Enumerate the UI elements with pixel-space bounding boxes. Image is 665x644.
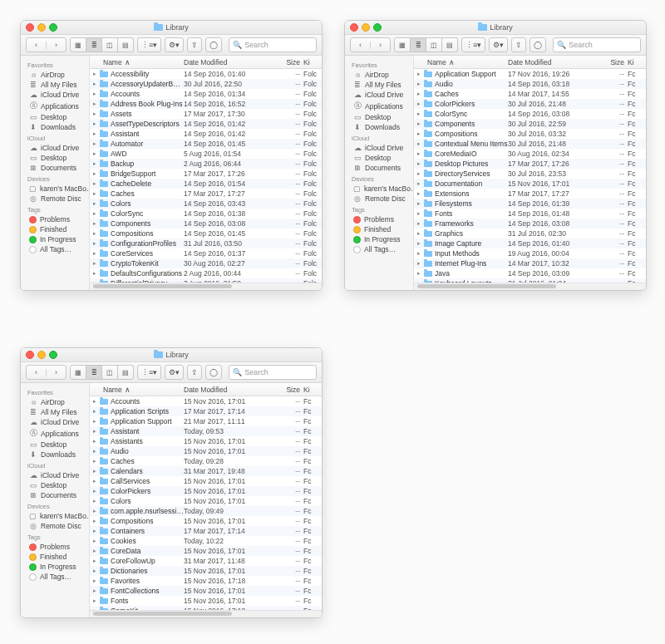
- table-row[interactable]: ▸ Backup 2 Aug 2016, 06:44 -- Folc: [90, 159, 322, 169]
- table-row[interactable]: ▸ Application Scripts 17 Mar 2017, 17:14…: [90, 406, 322, 416]
- sidebar-tag[interactable]: All Tags…: [21, 572, 89, 582]
- tags-button[interactable]: ◯: [205, 365, 222, 380]
- column-name[interactable]: Name ∧: [90, 58, 184, 66]
- table-row[interactable]: ▸ Favorites 15 Nov 2016, 17:18 -- Fc: [90, 576, 322, 586]
- sidebar-item[interactable]: ⒶApplications: [345, 100, 413, 112]
- minimize-icon[interactable]: [362, 23, 370, 32]
- table-row[interactable]: ▸ Assistant Today, 09:53 -- Fc: [90, 426, 322, 436]
- disclosure-triangle-icon[interactable]: ▸: [93, 71, 100, 77]
- table-row[interactable]: ▸ DefaultsConfigurations 2 Aug 2016, 00:…: [90, 268, 322, 278]
- table-row[interactable]: ▸ CallServices 15 Nov 2016, 17:01 -- Fc: [90, 476, 322, 486]
- sidebar-item[interactable]: ◎Remote Disc: [21, 194, 89, 204]
- list-body[interactable]: ▸ Accounts 15 Nov 2016, 17:01 -- Fc ▸ Ap…: [90, 396, 322, 610]
- action-button[interactable]: ⚙ ▾: [489, 37, 508, 52]
- titlebar[interactable]: Library: [21, 21, 322, 35]
- sidebar-item[interactable]: ☁iCloud Drive: [21, 417, 89, 427]
- table-row[interactable]: ▸ AssetTypeDescriptors 14 Sep 2016, 01:4…: [90, 119, 322, 129]
- sidebar-tag[interactable]: In Progress: [345, 234, 413, 244]
- disclosure-triangle-icon[interactable]: ▸: [93, 91, 100, 97]
- sidebar-item[interactable]: ▢karen's MacBo…: [21, 184, 89, 194]
- minimize-icon[interactable]: [37, 351, 46, 359]
- sidebar-item[interactable]: ⬇Downloads: [345, 122, 413, 132]
- disclosure-triangle-icon[interactable]: ▸: [417, 81, 424, 87]
- sidebar-item[interactable]: ▭Desktop: [21, 153, 89, 163]
- disclosure-triangle-icon[interactable]: ▸: [93, 230, 100, 237]
- share-button[interactable]: ⇪: [511, 37, 526, 52]
- table-row[interactable]: ▸ DirectoryServices 30 Jul 2016, 23:53 -…: [414, 169, 646, 179]
- view-coverflow-icon[interactable]: ▤: [118, 37, 134, 52]
- sidebar-item[interactable]: 🗎Documents: [21, 490, 89, 500]
- close-icon[interactable]: [26, 351, 34, 359]
- tags-button[interactable]: ◯: [205, 37, 222, 52]
- horizontal-scrollbar[interactable]: [90, 283, 322, 290]
- column-kind[interactable]: Ki: [303, 58, 322, 66]
- forward-icon[interactable]: ›: [371, 42, 390, 49]
- scrollbar-thumb[interactable]: [93, 612, 232, 616]
- column-size[interactable]: Size: [601, 58, 628, 66]
- table-row[interactable]: ▸ AccessoryUpdaterBundles 30 Jul 2016, 2…: [90, 79, 322, 89]
- disclosure-triangle-icon[interactable]: ▸: [93, 200, 100, 207]
- disclosure-triangle-icon[interactable]: ▸: [93, 180, 100, 187]
- disclosure-triangle-icon[interactable]: ▸: [417, 71, 424, 77]
- sidebar-item[interactable]: ☁iCloud Drive: [21, 470, 89, 480]
- share-button[interactable]: ⇪: [187, 365, 202, 380]
- table-row[interactable]: ▸ Containers 17 Mar 2017, 17:14 -- Fc: [90, 526, 322, 536]
- search-input[interactable]: 🔍 Search: [229, 37, 317, 52]
- view-mode-segmented[interactable]: ▦ ≣ ◫ ▤: [70, 37, 134, 52]
- disclosure-triangle-icon[interactable]: ▸: [417, 230, 424, 237]
- table-row[interactable]: ▸ Calendars 31 Mar 2017, 19:48 -- Fc: [90, 466, 322, 476]
- zoom-icon[interactable]: [373, 23, 382, 32]
- table-row[interactable]: ▸ Assistants 15 Nov 2016, 17:01 -- Fc: [90, 436, 322, 446]
- column-kind[interactable]: Ki: [628, 58, 646, 66]
- table-row[interactable]: ▸ Accounts 15 Nov 2016, 17:01 -- Fc: [90, 396, 322, 406]
- sidebar-item[interactable]: ◎Remote Disc: [345, 194, 413, 204]
- table-row[interactable]: ▸ Fonts 15 Nov 2016, 17:01 -- Fc: [90, 596, 322, 606]
- zoom-icon[interactable]: [49, 351, 57, 359]
- disclosure-triangle-icon[interactable]: ▸: [417, 130, 424, 137]
- disclosure-triangle-icon[interactable]: ▸: [93, 498, 100, 504]
- disclosure-triangle-icon[interactable]: ▸: [93, 587, 100, 594]
- disclosure-triangle-icon[interactable]: ▸: [93, 170, 100, 177]
- action-button[interactable]: ⚙ ▾: [165, 37, 184, 52]
- sidebar-tag[interactable]: In Progress: [21, 562, 89, 572]
- forward-icon[interactable]: ›: [47, 369, 66, 376]
- table-row[interactable]: ▸ Cookies Today, 10:22 -- Fc: [90, 536, 322, 546]
- view-column-icon[interactable]: ◫: [102, 37, 118, 52]
- sidebar-item[interactable]: ▭Desktop: [345, 112, 413, 122]
- view-column-icon[interactable]: ◫: [102, 365, 118, 380]
- column-date[interactable]: Date Modified: [508, 58, 601, 66]
- share-button[interactable]: ⇪: [187, 37, 202, 52]
- view-icon-icon[interactable]: ▦: [70, 37, 86, 52]
- horizontal-scrollbar[interactable]: [90, 610, 322, 617]
- disclosure-triangle-icon[interactable]: ▸: [93, 140, 100, 147]
- scrollbar-thumb[interactable]: [93, 284, 232, 288]
- disclosure-triangle-icon[interactable]: ▸: [417, 101, 424, 107]
- table-row[interactable]: ▸ AWD 5 Aug 2016, 01:54 -- Folc: [90, 149, 322, 159]
- sidebar-item[interactable]: 🗎Documents: [21, 163, 89, 173]
- table-row[interactable]: ▸ BridgeSupport 17 Mar 2017, 17:26 -- Fo…: [90, 169, 322, 179]
- disclosure-triangle-icon[interactable]: ▸: [93, 220, 100, 227]
- sidebar-item[interactable]: ▢karen's MacBo…: [21, 511, 89, 521]
- table-row[interactable]: ▸ ColorPickers 15 Nov 2016, 17:01 -- Fc: [90, 486, 322, 496]
- column-headers[interactable]: Name ∧ Date Modified Size Ki: [414, 56, 646, 69]
- disclosure-triangle-icon[interactable]: ▸: [93, 538, 100, 544]
- table-row[interactable]: ▸ ColorSync 14 Sep 2016, 03:08 -- Fc: [414, 109, 646, 119]
- view-list-icon[interactable]: ≣: [411, 37, 426, 52]
- table-row[interactable]: ▸ Caches 17 Mar 2017, 17:27 -- Folc: [90, 189, 322, 199]
- table-row[interactable]: ▸ Graphics 31 Jul 2016, 02:30 -- Fc: [414, 229, 646, 238]
- sidebar-item[interactable]: 🗎Documents: [345, 163, 413, 173]
- disclosure-triangle-icon[interactable]: ▸: [417, 220, 424, 227]
- table-row[interactable]: ▸ Audio 14 Sep 2016, 03:18 -- Fc: [414, 79, 646, 89]
- disclosure-triangle-icon[interactable]: ▸: [93, 150, 100, 157]
- view-icon-icon[interactable]: ▦: [394, 37, 411, 52]
- disclosure-triangle-icon[interactable]: ▸: [93, 250, 100, 257]
- table-row[interactable]: ▸ Colors 14 Sep 2016, 03:43 -- Folc: [90, 199, 322, 209]
- sidebar-tag[interactable]: All Tags…: [21, 244, 89, 254]
- table-row[interactable]: ▸ Contextual Menu Items 30 Jul 2016, 21:…: [414, 139, 646, 149]
- sidebar-item[interactable]: ▭Desktop: [21, 440, 89, 450]
- table-row[interactable]: ▸ CoreServices 14 Sep 2016, 01:37 -- Fol…: [90, 248, 322, 258]
- table-row[interactable]: ▸ Input Methods 19 Aug 2016, 00:04 -- Fc: [414, 248, 646, 258]
- sidebar-item[interactable]: ☁iCloud Drive: [345, 143, 413, 153]
- table-row[interactable]: ▸ CacheDelete 14 Sep 2016, 01:54 -- Folc: [90, 179, 322, 189]
- table-row[interactable]: ▸ Accessibility 14 Sep 2016, 01:40 -- Fo…: [90, 69, 322, 79]
